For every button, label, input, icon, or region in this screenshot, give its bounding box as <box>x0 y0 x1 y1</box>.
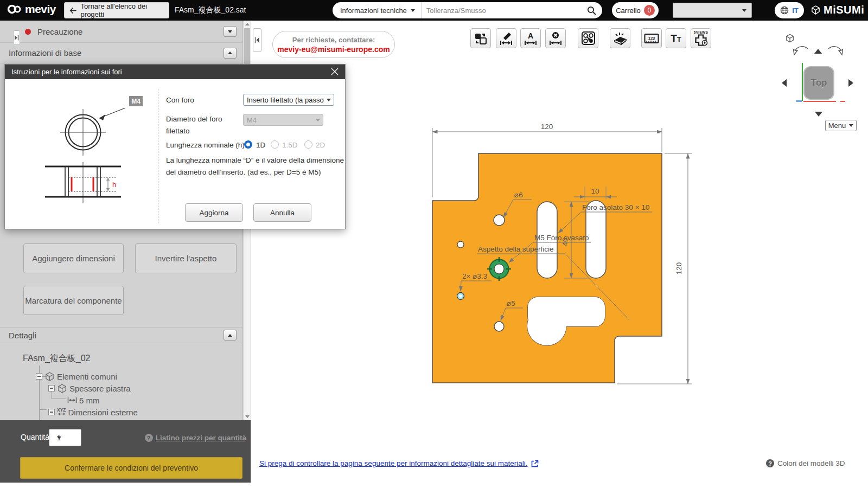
tree-item-label: Spessore piastra <box>69 384 131 393</box>
radio-2d <box>304 140 312 149</box>
cancel-button[interactable]: Annulla <box>253 203 311 222</box>
back-to-projects-button[interactable]: Tornare all'elenco dei progetti <box>64 2 169 18</box>
radio-1d[interactable] <box>244 140 252 149</box>
hole-d33-top[interactable] <box>457 241 464 248</box>
ruler-icon: 123 <box>644 33 659 44</box>
canvas-menu-button[interactable]: Menu <box>825 120 857 131</box>
pan-down-arrow[interactable] <box>815 112 822 117</box>
hole-d33-selected[interactable] <box>457 293 464 300</box>
radio-1d-label: 1D <box>256 141 265 149</box>
tree-collapse-icon[interactable] <box>36 373 42 380</box>
invert-aspect-button[interactable]: Invertire l'aspetto <box>135 243 237 273</box>
svg-text:⌀6: ⌀6 <box>514 191 523 199</box>
cube-icon <box>44 371 55 382</box>
collapse-canvas-panel-handle[interactable] <box>253 28 261 52</box>
update-button[interactable]: Aggiorna <box>185 203 243 222</box>
header-search-bar: Informazioni tecniche <box>333 2 602 18</box>
nominal-length-note-1: La lunghezza nominale “D” è il valore de… <box>166 155 344 166</box>
deburring-button[interactable] <box>610 28 630 48</box>
width-dimension-icon <box>67 397 77 403</box>
rotate-right-icon[interactable] <box>827 46 843 57</box>
hole-d5[interactable] <box>494 322 504 331</box>
view-cube-face-label: Top <box>811 78 827 88</box>
text-tool-icon: T T <box>671 33 681 44</box>
edit-dimension-icon <box>499 31 513 46</box>
collapse-dettagli-button[interactable] <box>224 330 237 341</box>
edit-dimension-button[interactable] <box>496 28 516 48</box>
measure-button[interactable]: 123 <box>641 28 662 48</box>
text-tool-button[interactable]: T T <box>666 28 686 48</box>
add-dimensions-button[interactable]: Aggiungere dimensioni <box>23 243 124 273</box>
section-precauzione[interactable]: Precauzione <box>0 21 243 43</box>
delete-dimension-button[interactable] <box>545 28 566 48</box>
replace-model-icon <box>474 31 488 46</box>
section-dettagli-label: Dettagli <box>9 331 36 340</box>
language-selector[interactable]: IT <box>775 2 804 18</box>
rotate-left-icon[interactable] <box>793 46 809 57</box>
misumi-brand[interactable]: MiSUMi <box>810 4 864 16</box>
hole-pattern-button[interactable] <box>578 28 598 48</box>
section-informazioni-di-base[interactable]: Informazioni di base <box>0 43 243 63</box>
six-views-button[interactable]: 6VIEWS <box>691 28 711 48</box>
text-dimension-button[interactable]: A <box>520 28 541 48</box>
model-colors-label: Colori dei modelli 3D <box>777 459 845 467</box>
close-icon[interactable] <box>329 66 341 78</box>
hole-illustration: h <box>10 86 157 227</box>
radio-1-5d <box>271 140 279 149</box>
materials-link-label: Si prega di controllare la pagina seguen… <box>259 459 528 467</box>
search-icon[interactable] <box>587 6 596 15</box>
component-marking-button[interactable]: Marcatura del componente <box>23 286 124 315</box>
cart-button[interactable]: Carrello 0 <box>612 2 659 18</box>
section-precauzione-label: Precauzione <box>37 27 82 36</box>
contact-email-link[interactable]: meviy-eu@misumi-europe.com <box>277 45 390 54</box>
meviy-logo[interactable]: meviy <box>7 3 56 16</box>
materials-info-link[interactable]: Si prega di controllare la pagina seguen… <box>259 459 539 467</box>
pan-left-arrow[interactable] <box>782 79 787 87</box>
svg-text:M5 Foro svasato: M5 Foro svasato <box>534 234 589 242</box>
price-list-link[interactable]: ? Listino prezzi per quantità <box>145 434 246 442</box>
misumi-cube-icon <box>810 5 821 15</box>
nominal-length-label: Lunghezza nominale (h) <box>166 141 245 149</box>
quantity-label: Quantità <box>21 433 49 441</box>
contact-bubble: Per richieste, contattare: meviy-eu@misu… <box>272 31 395 58</box>
pan-up-arrow[interactable] <box>814 49 822 54</box>
chevron-down-icon <box>57 436 61 439</box>
tree-root[interactable]: FAsm_複合板_02 <box>23 353 90 364</box>
hole-type-value: Inserto filettato (la passo ( <box>247 96 324 104</box>
tree-item-elementi-comuni[interactable]: Elementi comuni <box>36 370 117 382</box>
hole-type-select[interactable]: Inserto filettato (la passo ( <box>243 94 334 106</box>
chevron-down-icon <box>411 9 415 12</box>
hole-d6[interactable] <box>494 215 505 226</box>
replace-model-button[interactable] <box>470 28 491 48</box>
back-button-label: Tornare all'elenco dei progetti <box>81 2 164 18</box>
meviy-logo-text: meviy <box>25 3 56 16</box>
tree-collapse-icon[interactable] <box>48 385 55 391</box>
tree-item-5mm[interactable]: 5 mm <box>67 394 100 406</box>
search-input[interactable] <box>422 7 587 15</box>
section-dettagli[interactable]: Dettagli <box>0 327 243 343</box>
help-icon: ? <box>766 459 774 467</box>
quantity-select[interactable]: 1 <box>49 429 81 446</box>
tree-item-dimensioni-esterne[interactable]: XYZ Dimensioni esterne <box>48 406 138 418</box>
tree-collapse-icon[interactable] <box>48 409 55 415</box>
view-cube-top-face[interactable]: Top <box>803 66 834 100</box>
tree-item-spessore-piastra[interactable]: Spessore piastra <box>48 382 131 394</box>
model-colors-info[interactable]: ? Colori dei modelli 3D <box>766 459 845 467</box>
pan-right-arrow[interactable] <box>848 79 853 87</box>
update-button-label: Aggiorna <box>199 209 228 217</box>
svg-text:123: 123 <box>648 35 655 40</box>
expand-left-panel-handle[interactable] <box>13 30 20 45</box>
scrollbar-up-arrow[interactable] <box>244 21 251 28</box>
header-empty-select[interactable] <box>673 3 752 18</box>
hole-info-modal: Istruzioni per le informazioni sui fori … <box>4 64 346 229</box>
scrollbar-down-arrow[interactable] <box>244 413 251 420</box>
confirm-quote-button[interactable]: Confermare le condizioni del preventivo <box>20 457 242 479</box>
radio-1-5d-label: 1.5D <box>282 141 298 149</box>
h-dimension-label: h <box>112 181 116 189</box>
section-info-base-label: Informazioni di base <box>9 48 81 57</box>
iso-view-cube-icon[interactable] <box>785 33 795 43</box>
confirm-quote-label: Confermare le condizioni del preventivo <box>65 464 198 472</box>
collapse-precauzione-button[interactable] <box>224 26 237 37</box>
tech-info-dropdown[interactable]: Informazioni tecniche <box>333 2 422 18</box>
collapse-info-base-button[interactable] <box>224 48 237 59</box>
